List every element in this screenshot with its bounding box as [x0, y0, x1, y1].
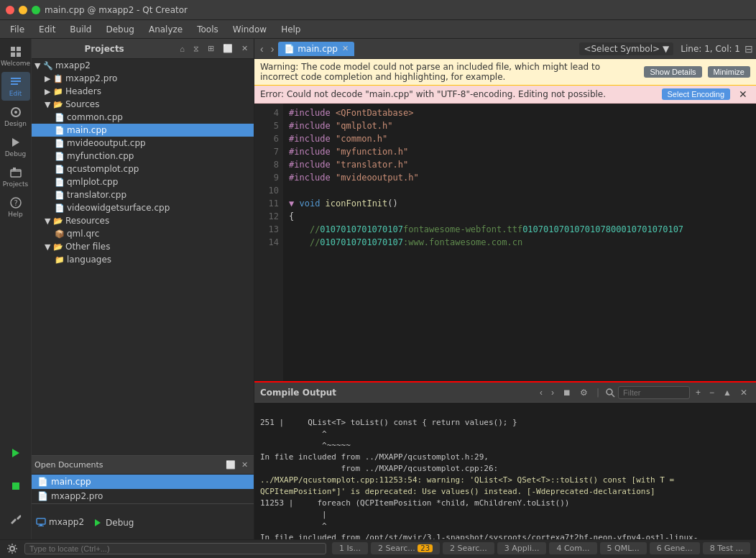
tree-item-translator.cpp[interactable]: 📄translator.cpp — [32, 188, 254, 201]
close-window-btn[interactable] — [6, 6, 14, 14]
menu-item-debug[interactable]: Debug — [98, 23, 141, 36]
compile-back-btn[interactable]: ‹ — [537, 386, 545, 399]
statusbar: 1 Is...2 Searc... 232 Searc...3 Appli...… — [0, 539, 756, 557]
tree-item-headers[interactable]: ▶ 📁Headers — [32, 85, 254, 98]
iconbar-projects[interactable]: Projects — [1, 163, 30, 191]
menu-item-window[interactable]: Window — [226, 23, 274, 36]
iconbar-help[interactable]: ? Help — [1, 193, 30, 221]
tab-back-btn[interactable]: ‹ — [257, 43, 267, 55]
iconbar-stop[interactable] — [1, 472, 30, 500]
sidebar-link-btn[interactable]: ⊞ — [205, 42, 217, 55]
tree-expand-icon: 📄 — [55, 165, 65, 174]
sidebar-filter-btn[interactable]: ⧖ — [190, 42, 202, 55]
compile-forward-btn[interactable]: › — [548, 386, 557, 399]
error-close-btn[interactable]: ✕ — [736, 88, 750, 100]
minimize-window-btn[interactable] — [19, 6, 27, 14]
main-layout: Welcome Edit Design Debug Projects ? Hel… — [0, 39, 756, 539]
editor-tab-main-cpp[interactable]: 📄 main.cpp ✕ — [278, 42, 354, 56]
sidebar-expand-btn[interactable]: ⬜ — [220, 42, 236, 55]
maximize-window-btn[interactable] — [32, 6, 40, 14]
tree-expand-icon: 📄 — [55, 152, 65, 161]
line-numbers: 4567891011121314 — [254, 104, 283, 381]
settings-gear-icon — [6, 542, 19, 555]
tree-label: common.cpp — [67, 112, 123, 122]
show-details-btn[interactable]: Show Details — [644, 66, 701, 78]
tree-item-videowidgetsurface.cpp[interactable]: 📄videowidgetsurface.cpp — [32, 201, 254, 214]
menu-item-tools[interactable]: Tools — [190, 23, 226, 36]
tree-expand-icon: ▶ 📁 — [45, 87, 63, 96]
warning-bar: Warning: The code model could not parse … — [254, 59, 756, 86]
iconbar-wrench[interactable] — [1, 505, 30, 534]
status-tab-3[interactable]: 3 Appli... — [497, 542, 547, 554]
tree-item-qcustomplot.cpp[interactable]: 📄qcustomplot.cpp — [32, 163, 254, 175]
tree-item-other-files[interactable]: ▼ 📂Other files — [32, 240, 254, 253]
symbol-selector[interactable]: <Select Symbol> ▼ — [579, 42, 673, 55]
iconbar-welcome[interactable]: Welcome — [1, 42, 30, 70]
minimize-btn[interactable]: Minimize — [708, 66, 750, 78]
tree-item-sources[interactable]: ▼ 📂Sources — [32, 98, 254, 111]
tree-item-qmlplot.cpp[interactable]: 📄qmlplot.cpp — [32, 175, 254, 188]
code-editor[interactable]: #include <QFontDatabase> #include "qmlpl… — [283, 104, 756, 381]
svg-rect-4 — [11, 78, 21, 79]
tree-label: mvideooutput.cpp — [67, 138, 146, 148]
content-area: ‹ › 📄 main.cpp ✕ <Select Symbol> ▼ Line:… — [254, 39, 756, 539]
tab-close-btn[interactable]: ✕ — [342, 44, 349, 53]
iconbar-build[interactable] — [1, 439, 30, 467]
sidebar-home-btn[interactable]: ⌂ — [177, 43, 188, 55]
compile-output-title: Compile Output — [260, 388, 534, 398]
tree-item-resources[interactable]: ▼ 📂Resources — [32, 214, 254, 227]
compile-add-btn[interactable]: + — [693, 386, 704, 399]
tree-item-qml.qrc[interactable]: 📦qml.qrc — [32, 227, 254, 240]
open-doc-main-cpp[interactable]: 📄main.cpp — [32, 475, 254, 489]
svg-rect-3 — [17, 52, 21, 57]
menubar: FileEditBuildDebugAnalyzeToolsWindowHelp — [0, 20, 756, 39]
sidebar-close-btn[interactable]: ✕ — [239, 42, 251, 55]
open-doc-mxapp2-pro[interactable]: 📄mxapp2.pro — [32, 489, 254, 503]
status-tab-1[interactable]: 2 Searc... 23 — [371, 542, 440, 554]
tree-label: mxapp2 — [55, 60, 91, 70]
iconbar-design[interactable]: Design — [1, 102, 30, 131]
status-tab-5[interactable]: 5 QML... — [600, 542, 647, 554]
compile-settings-btn[interactable]: ⚙ — [577, 386, 591, 399]
menu-item-edit[interactable]: Edit — [32, 23, 63, 36]
compile-filter-input[interactable] — [618, 386, 690, 399]
tree-item-mvideooutput.cpp[interactable]: 📄mvideooutput.cpp — [32, 137, 254, 150]
status-search-input[interactable] — [24, 543, 326, 554]
iconbar-debug[interactable]: Debug — [1, 132, 30, 161]
iconbar-edit[interactable]: Edit — [1, 72, 30, 101]
menu-item-file[interactable]: File — [3, 23, 32, 36]
open-docs-expand-btn[interactable]: ⬜ — [223, 459, 239, 471]
tree-item-mxapp2pro[interactable]: ▶ 📋mxapp2.pro — [32, 72, 254, 85]
tree-item-myfunction.cpp[interactable]: 📄myfunction.cpp — [32, 150, 254, 163]
tree-expand-icon: ▼ 📂 — [45, 100, 63, 109]
tree-item-common.cpp[interactable]: 📄common.cpp — [32, 111, 254, 124]
tree-expand-icon: ▼ 🔧 — [34, 61, 53, 70]
menu-item-build[interactable]: Build — [63, 23, 98, 36]
compile-remove-btn[interactable]: − — [706, 386, 717, 399]
symbol-selector-label: <Select Symbol> — [584, 44, 660, 54]
status-tab-4[interactable]: 4 Com... — [549, 542, 596, 554]
compile-expand-btn[interactable]: ▲ — [720, 386, 734, 399]
open-docs-close-btn[interactable]: ✕ — [239, 459, 251, 471]
line-col-info[interactable]: Line: 1, Col: 1 — [681, 44, 740, 54]
tab-cpp-icon: 📄 — [284, 44, 295, 54]
tree-item-mxapp2[interactable]: ▼ 🔧mxapp2 — [32, 59, 254, 72]
menu-item-help[interactable]: Help — [274, 23, 308, 36]
compile-toolbar: Compile Output ‹ › ⏹ ⚙ | + − ▲ ✕ — [254, 383, 756, 403]
tree-item-main.cpp[interactable]: 📄main.cpp — [32, 124, 254, 137]
split-editor-btn[interactable]: ⊟ — [745, 43, 753, 55]
status-tab-6[interactable]: 6 Gene... — [650, 542, 700, 554]
editor-area[interactable]: 4567891011121314 #include <QFontDatabase… — [254, 104, 756, 381]
compile-close-btn[interactable]: ✕ — [737, 386, 750, 399]
tab-forward-btn[interactable]: › — [268, 43, 277, 55]
titlebar: main.cpp @ mxapp2 - Qt Creator — [0, 0, 756, 20]
compile-stop-btn[interactable]: ⏹ — [560, 386, 574, 399]
menu-item-analyze[interactable]: Analyze — [142, 23, 190, 36]
status-tab-7[interactable]: 8 Test ... — [703, 542, 750, 554]
tree-label: videowidgetsurface.cpp — [67, 203, 170, 213]
compile-content[interactable]: 251 | QList<T> toList() const { return v… — [254, 403, 756, 539]
tree-item-languages[interactable]: 📁languages — [32, 253, 254, 266]
select-encoding-btn[interactable]: Select Encoding — [662, 88, 731, 100]
status-tab-2[interactable]: 2 Searc... — [443, 542, 494, 554]
status-tab-0[interactable]: 1 Is... — [332, 542, 368, 554]
